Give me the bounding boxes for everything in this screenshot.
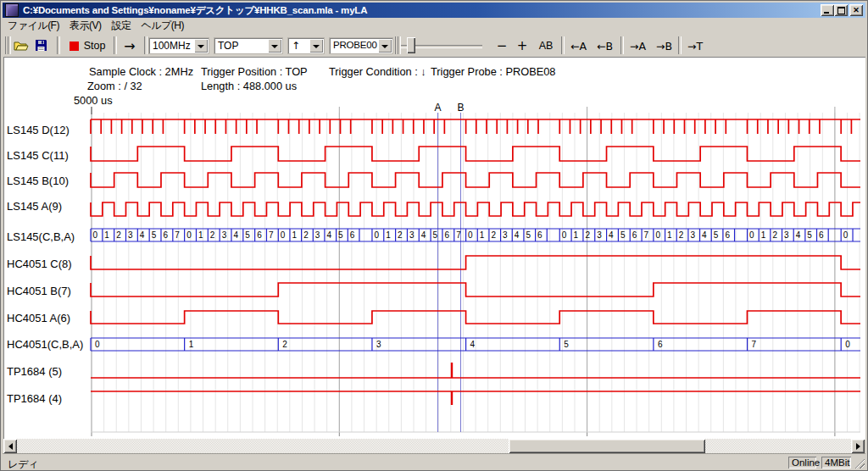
sample-clock-info: Sample Clock : 2MHz xyxy=(89,65,193,78)
bus-value: 0 xyxy=(562,230,567,240)
bus-value: 0 xyxy=(843,230,849,240)
zoom-info: Zoom : / 32 xyxy=(87,80,142,92)
time-scale-label: 5000 us xyxy=(74,94,113,107)
bus-value: 5 xyxy=(807,230,812,240)
bus-value: 0 xyxy=(95,340,100,349)
bus-value: 2 xyxy=(772,230,777,240)
bus-value: 0 xyxy=(281,230,286,240)
channel-label: LS145(C,B,A) xyxy=(7,230,75,243)
bus-value: 5 xyxy=(245,230,250,240)
bus-value: 1 xyxy=(761,230,766,240)
bus-value: 2 xyxy=(585,230,590,240)
bus-value: 5 xyxy=(564,340,569,349)
bus-value: 1 xyxy=(667,230,672,240)
bus-value: 1 xyxy=(104,230,109,240)
bus-value: 1 xyxy=(292,230,297,240)
bus-value: 6 xyxy=(537,230,542,240)
bus-value: 3 xyxy=(222,230,227,240)
trigger-probe-info: Trigger Probe : PROBE08 xyxy=(431,65,555,78)
bus-value: 6 xyxy=(632,230,637,240)
channel-label: LS145 D(12) xyxy=(7,124,70,136)
bus-value: 4 xyxy=(609,230,614,240)
bus-value: 3 xyxy=(503,230,508,240)
channel-label: TP1684 (4) xyxy=(7,392,62,405)
bus-value: 5 xyxy=(433,230,438,240)
channel-label: LS145 A(9) xyxy=(7,200,62,213)
bus-value: 4 xyxy=(421,230,426,240)
trigger-position-info: Trigger Position : TOP xyxy=(201,65,308,78)
bus-value: 7 xyxy=(175,230,180,240)
bus-value: 6 xyxy=(257,230,262,240)
bus-value: 4 xyxy=(796,230,801,240)
bus-value: 1 xyxy=(480,230,485,240)
bus-value: 5 xyxy=(152,230,157,240)
bus-value: 7 xyxy=(269,230,274,240)
cursor-label-A: A xyxy=(434,102,441,114)
bus-value: 4 xyxy=(470,340,476,349)
channel-label: HC4051(C,B,A) xyxy=(7,338,83,351)
bus-value: 0 xyxy=(749,230,754,240)
bus-value: 4 xyxy=(233,230,238,240)
bus-value: 2 xyxy=(679,230,684,240)
bus-value: 0 xyxy=(468,230,473,240)
bus-value: 1 xyxy=(574,230,579,240)
bus-value: 0 xyxy=(845,340,850,349)
channel-label: TP1684 (5) xyxy=(7,365,62,378)
bus-value: 6 xyxy=(163,230,168,240)
channel-label: HC4051 C(8) xyxy=(7,258,72,270)
bus-value: 0 xyxy=(93,230,98,240)
bus-value: 5 xyxy=(338,230,343,240)
bus-value: 2 xyxy=(303,230,309,240)
channel-label: LS145 B(10) xyxy=(7,175,69,187)
cursor-label-B: B xyxy=(457,102,464,114)
trigger-condition-info: Trigger Condition : ↓ xyxy=(329,65,426,78)
bus-value: 1 xyxy=(386,230,391,240)
bus-value: 3 xyxy=(690,230,695,240)
bus-value: 4 xyxy=(140,230,145,240)
bus-value: 7 xyxy=(456,230,461,240)
bus-value: 3 xyxy=(784,230,789,240)
bus-value: 4 xyxy=(326,230,331,240)
bus-value: 6 xyxy=(350,230,355,240)
bus-value: 3 xyxy=(128,230,133,240)
bus-value: 6 xyxy=(658,340,663,349)
bus-value: 5 xyxy=(714,230,719,240)
bus-value: 3 xyxy=(376,340,381,349)
bus-value: 6 xyxy=(819,230,824,240)
channel-label: HC4051 A(6) xyxy=(7,312,70,324)
bus-value: 6 xyxy=(725,230,730,240)
bus-value: 3 xyxy=(315,230,320,240)
bus-value: 1 xyxy=(198,230,203,240)
bus-value: 4 xyxy=(702,230,707,240)
length-info: Length : 488.000 us xyxy=(201,80,297,92)
bus-value: 6 xyxy=(444,230,449,240)
bus-value: 4 xyxy=(515,230,520,240)
bus-value: 5 xyxy=(620,230,626,240)
bus-value: 1 xyxy=(189,340,194,349)
bus-value: 7 xyxy=(752,340,757,349)
bus-value: 3 xyxy=(409,230,415,240)
bus-value: 5 xyxy=(526,230,531,240)
bus-value: 0 xyxy=(655,230,660,240)
bus-value: 0 xyxy=(186,230,192,240)
bus-value: 7 xyxy=(644,230,649,240)
bus-value: 3 xyxy=(597,230,602,240)
channel-label: LS145 C(11) xyxy=(7,149,69,162)
bus-value: 2 xyxy=(116,230,121,240)
bus-value: 2 xyxy=(491,230,496,240)
bus-value: 0 xyxy=(374,230,379,240)
bus-value: 2 xyxy=(398,230,403,240)
bus-value: 2 xyxy=(210,230,215,240)
channel-label: HC4051 B(7) xyxy=(7,285,71,297)
bus-value: 2 xyxy=(282,340,287,349)
